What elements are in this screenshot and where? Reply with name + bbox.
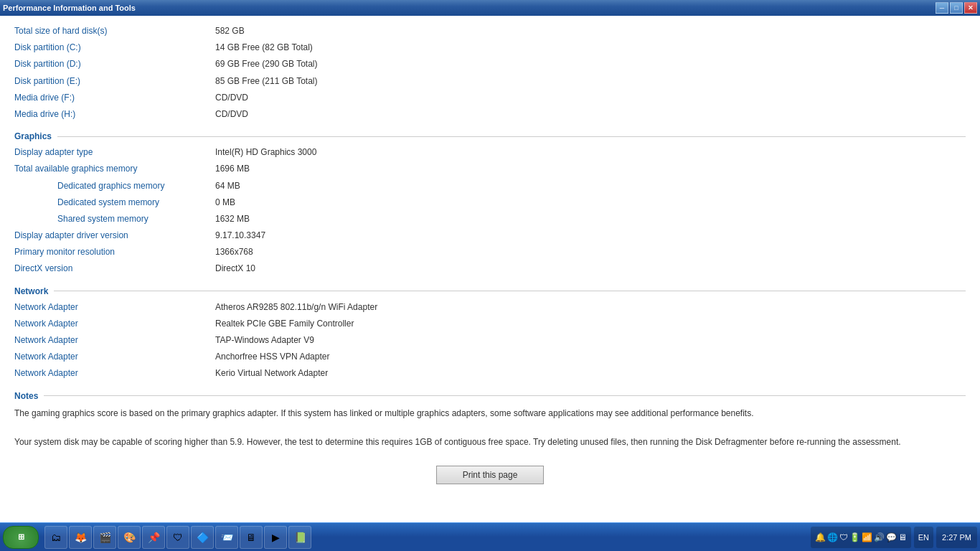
network-adapter-3-row: Network Adapter TAP-Windows Adapter V9 bbox=[14, 332, 966, 349]
title-bar-controls: ─ □ ✕ bbox=[936, 2, 977, 14]
driver-version-row: Display adapter driver version 9.17.10.3… bbox=[14, 227, 966, 244]
total-graphics-memory-label: Total available graphics memory bbox=[14, 162, 215, 176]
disk-e-label: Disk partition (E:) bbox=[14, 75, 215, 88]
network-adapter-1-value: Atheros AR9285 802.11b/g/n WiFi Adapter bbox=[215, 301, 377, 314]
network-adapter-5-label: Network Adapter bbox=[14, 367, 215, 380]
network-adapter-1-row: Network Adapter Atheros AR9285 802.11b/g… bbox=[14, 299, 966, 316]
dedicated-graphics-label: Dedicated graphics memory bbox=[14, 179, 215, 193]
network-adapter-2-row: Network Adapter Realtek PCIe GBE Family … bbox=[14, 316, 966, 332]
shared-system-label: Shared system memory bbox=[14, 212, 215, 226]
network-adapter-2-label: Network Adapter bbox=[14, 317, 215, 331]
network-adapter-3-label: Network Adapter bbox=[14, 334, 215, 347]
notes-section-title: Notes bbox=[14, 391, 44, 401]
media-f-value: CD/DVD bbox=[215, 91, 248, 105]
network-adapter-3-value: TAP-Windows Adapter V9 bbox=[215, 334, 314, 347]
graphics-section-line bbox=[57, 136, 966, 137]
network-adapter-2-value: Realtek PCIe GBE Family Controller bbox=[215, 317, 354, 331]
minimize-button[interactable]: ─ bbox=[936, 2, 948, 14]
driver-version-value: 9.17.10.3347 bbox=[215, 229, 265, 242]
total-graphics-memory-value: 1696 MB bbox=[215, 162, 250, 176]
network-section-header: Network bbox=[14, 286, 966, 296]
directx-version-value: DirectX 10 bbox=[215, 262, 255, 276]
disk-total-row: Total size of hard disk(s) 582 GB bbox=[14, 23, 966, 39]
directx-version-label: DirectX version bbox=[14, 262, 215, 276]
dedicated-system-label: Dedicated system memory bbox=[14, 196, 215, 209]
dedicated-system-row: Dedicated system memory 0 MB bbox=[14, 194, 966, 211]
display-adapter-label: Display adapter type bbox=[14, 146, 215, 159]
network-adapter-4-row: Network Adapter Anchorfree HSS VPN Adapt… bbox=[14, 349, 966, 365]
shared-system-value: 1632 MB bbox=[215, 212, 250, 226]
notes-text-1: The gaming graphics score is based on th… bbox=[14, 404, 966, 423]
title-bar: Performance Information and Tools ─ □ ✕ bbox=[0, 0, 980, 16]
display-adapter-row: Display adapter type Intel(R) HD Graphic… bbox=[14, 144, 966, 161]
disk-e-row: Disk partition (E:) 85 GB Free (211 GB T… bbox=[14, 73, 966, 90]
main-content: Total size of hard disk(s) 582 GB Disk p… bbox=[0, 16, 980, 522]
dedicated-system-value: 0 MB bbox=[215, 196, 235, 209]
disk-total-label: Total size of hard disk(s) bbox=[14, 24, 215, 38]
driver-version-label: Display adapter driver version bbox=[14, 229, 215, 242]
dedicated-graphics-row: Dedicated graphics memory 64 MB bbox=[14, 178, 966, 194]
notes-text-2: Your system disk may be capable of scori… bbox=[14, 433, 966, 451]
display-adapter-value: Intel(R) HD Graphics 3000 bbox=[215, 146, 316, 159]
monitor-resolution-value: 980x551 bbox=[215, 245, 253, 259]
dedicated-graphics-value: 64 MB bbox=[215, 179, 240, 193]
graphics-section-header: Graphics bbox=[14, 131, 966, 141]
disk-d-label: Disk partition (D:) bbox=[14, 57, 215, 71]
notes-section-line bbox=[44, 395, 966, 396]
monitor-resolution-row: Primary monitor resolution 980x551 bbox=[14, 244, 966, 260]
network-adapter-4-value: Anchorfree HSS VPN Adapter bbox=[215, 350, 329, 364]
maximize-button[interactable]: □ bbox=[950, 2, 963, 14]
disk-total-value: 582 GB bbox=[215, 24, 245, 38]
media-h-label: Media drive (H:) bbox=[14, 108, 215, 121]
network-section-title: Network bbox=[14, 286, 54, 296]
disk-d-value: 69 GB Free (290 GB Total) bbox=[215, 57, 318, 71]
disk-c-label: Disk partition (C:) bbox=[14, 41, 215, 55]
window-title: Performance Information and Tools bbox=[3, 4, 136, 12]
disk-e-value: 85 GB Free (211 GB Total) bbox=[215, 75, 318, 88]
disk-c-row: Disk partition (C:) 14 GB Free (82 GB To… bbox=[14, 39, 966, 56]
media-h-row: Media drive (H:) CD/DVD bbox=[14, 106, 966, 123]
media-h-value: CD/DVD bbox=[215, 108, 248, 121]
network-adapter-4-label: Network Adapter bbox=[14, 350, 215, 364]
notes-section-header: Notes bbox=[14, 391, 966, 401]
close-button[interactable]: ✕ bbox=[964, 2, 977, 14]
network-adapter-1-label: Network Adapter bbox=[14, 301, 215, 314]
shared-system-row: Shared system memory 1632 MB bbox=[14, 211, 966, 227]
disk-d-row: Disk partition (D:) 69 GB Free (290 GB T… bbox=[14, 56, 966, 72]
print-area: Print this page bbox=[14, 451, 966, 495]
media-f-row: Media drive (F:) CD/DVD bbox=[14, 90, 966, 106]
network-section-line bbox=[54, 291, 966, 291]
network-adapter-5-row: Network Adapter Kerio Virtual Network Ad… bbox=[14, 365, 966, 382]
graphics-section-title: Graphics bbox=[14, 131, 57, 141]
directx-version-row: DirectX version DirectX 10 bbox=[14, 260, 966, 277]
total-graphics-memory-row: Total available graphics memory 1696 MB bbox=[14, 161, 966, 177]
network-adapter-5-value: Kerio Virtual Network Adapter bbox=[215, 367, 328, 380]
print-button[interactable]: Print this page bbox=[436, 466, 544, 484]
monitor-resolution-label: Primary monitor resolution bbox=[14, 245, 215, 259]
media-f-label: Media drive (F:) bbox=[14, 91, 215, 105]
content-area: Total size of hard disk(s) 582 GB Disk p… bbox=[0, 16, 980, 522]
disk-c-value: 14 GB Free (82 GB Total) bbox=[215, 41, 313, 55]
